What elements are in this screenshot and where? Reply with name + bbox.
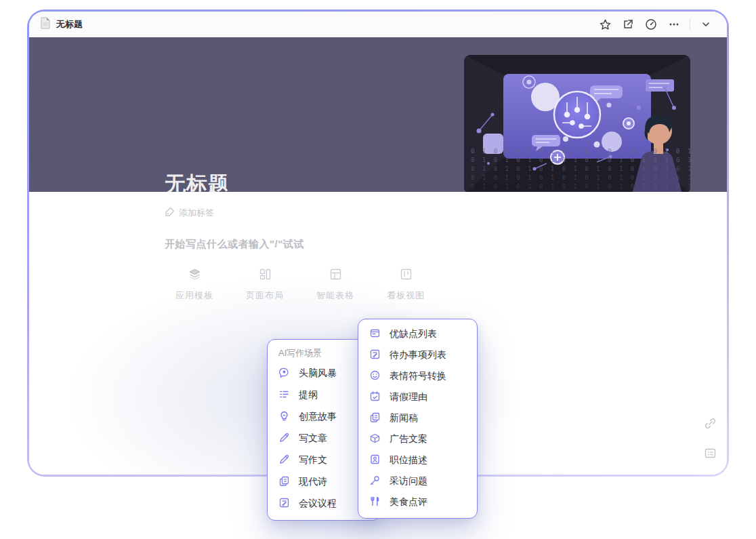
star-button[interactable] [593, 15, 616, 34]
template-smart-table[interactable]: 智能表格 [300, 268, 371, 302]
menu-item-emoji-convert[interactable]: 表情符号转换 [358, 365, 477, 386]
add-tag-label: 添加标签 [179, 207, 214, 219]
add-tag-button[interactable]: 添加标签 [165, 207, 214, 219]
menu-item-label: 优缺点列表 [390, 328, 437, 340]
menu-item-label: 写作文 [299, 454, 327, 466]
menu-item-label: 广告文案 [390, 433, 427, 445]
person-doc-icon [369, 454, 381, 467]
calendar-icon [369, 391, 381, 404]
template-label: 智能表格 [316, 290, 354, 302]
share-icon[interactable] [616, 15, 639, 34]
menu-item-label: 职位描述 [390, 454, 427, 466]
header-illustration: 0 1 0 1 0 1 0 1 0 1 0 1 0 1 0 1 0 1 0 1 … [464, 55, 690, 194]
titlebar: 无标题 [29, 12, 727, 37]
more-button[interactable] [663, 15, 686, 34]
menu-item-label: 头脑风暴 [299, 367, 337, 380]
mic-icon [369, 475, 381, 488]
todo-icon [369, 348, 381, 362]
copy-doc-icon [369, 412, 381, 425]
window-title: 无标题 [56, 18, 83, 31]
package-icon [369, 433, 381, 446]
note-header: 无标题 [29, 37, 727, 192]
ai-scene-submenu: 优缺点列表 待办事项列表 表情符号转换 请假理由 新闻稿 广告文案 职位描述 采… [358, 319, 478, 519]
editor-placeholder[interactable]: 开始写点什么或者输入"/"试试 [165, 238, 304, 251]
menu-item-food-review[interactable]: 美食点评 [358, 492, 477, 513]
menu-item-label: 表情符号转换 [390, 370, 446, 382]
menu-item-label: 现代诗 [299, 476, 327, 488]
menu-item-ad-copy[interactable]: 广告文案 [358, 428, 477, 450]
outline-icon [278, 388, 290, 402]
binary-decoration: 0 1 0 1 0 1 0 1 0 1 0 1 0 1 0 1 0 1 0 1 … [471, 147, 688, 191]
table-icon [329, 268, 342, 283]
copy-doc-icon [278, 475, 290, 489]
tag-icon [165, 207, 175, 219]
kanban-icon [400, 268, 413, 283]
pen-icon [278, 432, 290, 445]
template-label: 页面布局 [246, 290, 284, 302]
pen-icon [278, 454, 290, 467]
menu-item-label: 请假理由 [390, 391, 427, 403]
menu-item-label: 提纲 [299, 389, 318, 401]
doc-edit-icon [278, 497, 290, 511]
menu-item-pros-cons[interactable]: 优缺点列表 [358, 323, 477, 344]
menu-item-label: 会议议程 [299, 498, 337, 510]
right-margin-toolbar [702, 416, 717, 475]
menu-item-label: 新闻稿 [390, 412, 418, 424]
menu-item-label: 写文章 [299, 433, 327, 445]
menu-item-press-release[interactable]: 新闻稿 [358, 407, 477, 428]
template-label: 应用模板 [175, 290, 213, 302]
template-kanban-view[interactable]: 看板视图 [371, 268, 441, 302]
list-box-icon[interactable] [702, 445, 717, 460]
menu-item-label: 美食点评 [390, 496, 427, 508]
template-row: 应用模板 页面布局 智能表格 [159, 268, 441, 302]
menu-item-job-description[interactable]: 职位描述 [358, 450, 477, 471]
utensils-icon [369, 496, 381, 509]
menu-item-label: 采访问题 [390, 475, 427, 487]
idea-icon [278, 410, 290, 424]
titlebar-divider [690, 18, 690, 31]
menu-item-leave-excuse[interactable]: 请假理由 [358, 386, 477, 407]
emoji-icon [369, 370, 381, 383]
menu-item-label: 待办事项列表 [390, 349, 446, 361]
layout-icon [259, 268, 272, 283]
template-app-templates[interactable]: 应用模板 [159, 268, 230, 302]
chevron-down-icon[interactable] [694, 15, 717, 34]
template-page-layout[interactable]: 页面布局 [230, 268, 300, 302]
history-icon[interactable] [639, 15, 663, 34]
brainstorm-icon [278, 367, 290, 380]
layers-icon [188, 268, 201, 283]
menu-item-interview-questions[interactable]: 采访问题 [358, 471, 477, 492]
pros-cons-icon [369, 327, 381, 341]
menu-item-todo-list[interactable]: 待办事项列表 [358, 344, 477, 365]
template-label: 看板视图 [387, 290, 425, 302]
document-icon [40, 17, 51, 32]
menu-item-label: 创意故事 [299, 411, 337, 423]
link-icon[interactable] [702, 416, 717, 431]
